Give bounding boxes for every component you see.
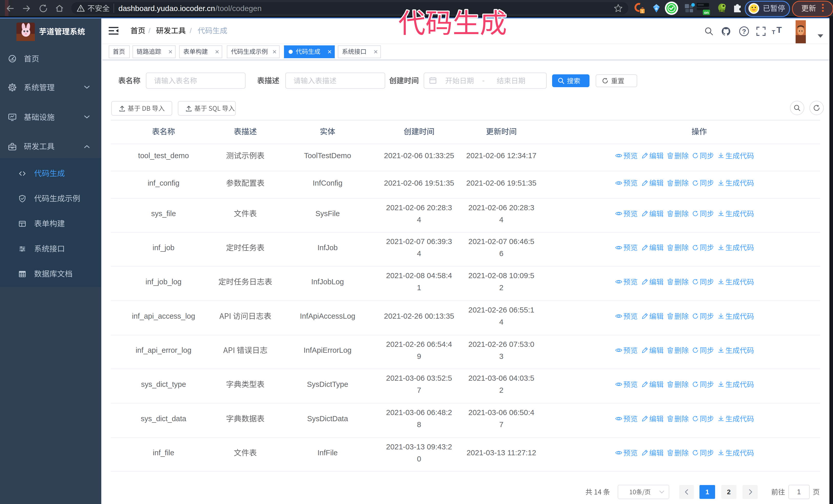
svg-text:1: 1 (641, 9, 643, 13)
svg-text:on: on (704, 10, 709, 15)
